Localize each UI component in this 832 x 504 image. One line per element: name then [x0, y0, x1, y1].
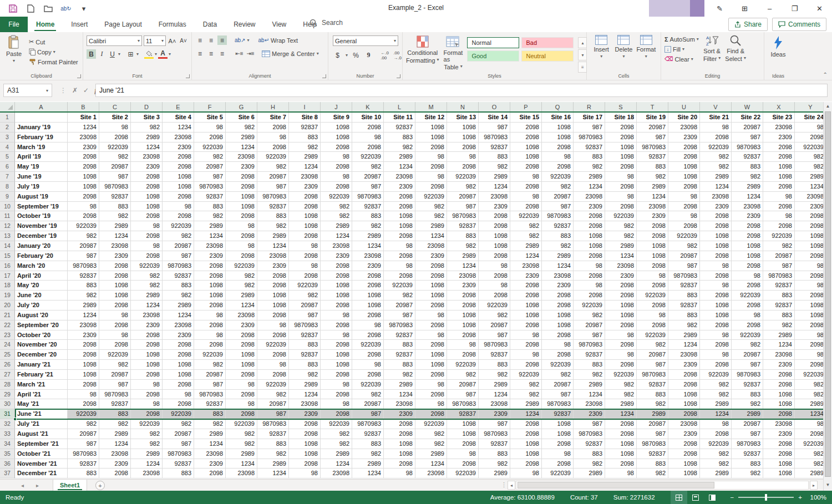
- grid-cell-F35[interactable]: 23098: [194, 449, 226, 459]
- grid-cell-site-13[interactable]: Site 13: [447, 113, 479, 123]
- grid-cell-A14[interactable]: January '20: [15, 241, 68, 251]
- grid-cell-G22[interactable]: 2309: [226, 320, 257, 330]
- grid-cell-Q19[interactable]: 2098: [542, 291, 574, 301]
- grid-cell-Q7[interactable]: 922039: [542, 172, 574, 182]
- grid-cell-X20[interactable]: 92837: [763, 301, 795, 310]
- style-chip-normal[interactable]: Normal: [467, 37, 519, 48]
- grid-cell-J9[interactable]: 922039: [321, 192, 352, 202]
- grid-cell-C17[interactable]: 2098: [99, 271, 131, 281]
- grid-cell-D10[interactable]: 1098: [131, 202, 163, 212]
- grid-cell-N3[interactable]: 1098: [447, 133, 479, 142]
- grid-cell-U31[interactable]: 2098: [668, 409, 700, 419]
- grid-cell-R17[interactable]: 2098: [574, 271, 605, 281]
- grid-cell-R34[interactable]: 92837: [574, 439, 605, 449]
- grid-cell-Q34[interactable]: 2098: [542, 439, 574, 449]
- grid-cell-W27[interactable]: 9870983: [732, 370, 763, 380]
- grid-cell-M10[interactable]: 982: [415, 202, 447, 212]
- grid-cell-K30[interactable]: 20987: [352, 399, 384, 409]
- grid-cell-Q9[interactable]: 20987: [542, 192, 574, 202]
- grid-cell-site-14[interactable]: Site 14: [479, 113, 510, 123]
- grid-cell-site-9[interactable]: Site 9: [321, 113, 352, 123]
- grid-cell-U6[interactable]: 1098: [668, 162, 700, 172]
- grid-cell-Q22[interactable]: 1098: [542, 320, 574, 330]
- grid-cell-Q21[interactable]: 1098: [542, 310, 574, 320]
- grid-cell-R25[interactable]: 92837: [574, 350, 605, 360]
- percent-style-button[interactable]: %: [351, 50, 361, 60]
- grid-cell-S15[interactable]: 1234: [605, 251, 637, 261]
- view-normal-button[interactable]: [671, 491, 687, 504]
- grid-cell-Q12[interactable]: 92837: [542, 221, 574, 231]
- grid-cell-G13[interactable]: 2098: [226, 231, 257, 241]
- grid-cell-U11[interactable]: 98: [668, 211, 700, 221]
- grid-cell-J29[interactable]: 2098: [321, 390, 352, 400]
- row-header-37[interactable]: 37: [0, 469, 15, 478]
- grid-cell-M24[interactable]: 2098: [415, 340, 447, 350]
- grid-cell-M14[interactable]: 23098: [415, 241, 447, 251]
- grid-cell-E5[interactable]: 2098: [163, 152, 194, 162]
- grid-cell-M2[interactable]: 1098: [415, 123, 447, 133]
- grid-cell-I4[interactable]: 982: [289, 142, 321, 152]
- grid-cell-F21[interactable]: 98: [194, 310, 226, 320]
- grid-cell-L14[interactable]: 98: [384, 241, 415, 251]
- grid-cell-H31[interactable]: 987: [257, 409, 289, 419]
- grid-cell-A30[interactable]: May '21: [15, 399, 68, 409]
- grid-cell-K20[interactable]: 1098: [352, 301, 384, 310]
- grid-cell-H2[interactable]: 2098: [257, 123, 289, 133]
- grid-cell-U32[interactable]: 23098: [668, 419, 700, 429]
- grid-cell-Q13[interactable]: 883: [542, 231, 574, 241]
- row-header-12[interactable]: 12: [0, 221, 15, 231]
- grid-cell-N18[interactable]: 2309: [447, 281, 479, 291]
- grid-cell-D28[interactable]: 98: [131, 380, 163, 390]
- grid-cell-A13[interactable]: December '19: [15, 231, 68, 241]
- grid-cell-W34[interactable]: 9870983: [732, 439, 763, 449]
- grid-cell-K5[interactable]: 922039: [352, 152, 384, 162]
- grid-cell-B34[interactable]: 987: [68, 439, 99, 449]
- grid-cell-E10[interactable]: 98: [163, 202, 194, 212]
- grid-cell-E33[interactable]: 20987: [163, 429, 194, 439]
- grid-cell-Q3[interactable]: 1098: [542, 133, 574, 142]
- grid-cell-M29[interactable]: 2098: [415, 390, 447, 400]
- grid-cell-U16[interactable]: 987: [668, 261, 700, 271]
- grid-cell-Y29[interactable]: 982: [795, 390, 823, 400]
- grid-cell-C30[interactable]: 92837: [99, 399, 131, 409]
- grid-cell-C28[interactable]: 987: [99, 380, 131, 390]
- grid-cell-M37[interactable]: 23098: [415, 469, 447, 478]
- grid-cell-H11[interactable]: 883: [257, 211, 289, 221]
- grid-cell-U15[interactable]: 20987: [668, 251, 700, 261]
- grid-cell-F15[interactable]: 2309: [194, 251, 226, 261]
- row-header-6[interactable]: 6: [0, 162, 15, 172]
- grid-cell-Q36[interactable]: 2098: [542, 459, 574, 469]
- grid-cell-H32[interactable]: 9870983: [257, 419, 289, 429]
- grid-cell-L17[interactable]: 2098: [384, 271, 415, 281]
- grid-cell-L26[interactable]: 883: [384, 360, 415, 370]
- grid-cell-G29[interactable]: 2098: [226, 390, 257, 400]
- grid-cell-J11[interactable]: 982: [321, 211, 352, 221]
- grid-cell-S22[interactable]: 2098: [605, 320, 637, 330]
- grid-cell-O28[interactable]: 2989: [479, 380, 510, 390]
- zoom-slider-thumb[interactable]: [765, 494, 767, 501]
- grid-cell-A37[interactable]: December '21: [15, 469, 68, 478]
- grid-cell-P17[interactable]: 2309: [510, 271, 542, 281]
- grid-cell-Q20[interactable]: 2098: [542, 301, 574, 310]
- grid-cell-T32[interactable]: 20987: [637, 419, 668, 429]
- grid-cell-D21[interactable]: 23098: [131, 310, 163, 320]
- align-left-button[interactable]: ≡: [195, 49, 205, 58]
- grid-cell-P22[interactable]: 2098: [510, 320, 542, 330]
- grid-cell-V3[interactable]: 2098: [700, 133, 732, 142]
- grid-cell-M35[interactable]: 2989: [415, 449, 447, 459]
- grid-cell-S10[interactable]: 2098: [605, 202, 637, 212]
- grid-cell-F22[interactable]: 2098: [194, 320, 226, 330]
- grid-cell-Q24[interactable]: 98: [542, 340, 574, 350]
- grid-cell-J36[interactable]: 1234: [321, 459, 352, 469]
- grid-cell-C36[interactable]: 2309: [99, 459, 131, 469]
- grid-cell-V25[interactable]: 98: [700, 350, 732, 360]
- grid-cell-P26[interactable]: 2098: [510, 360, 542, 370]
- grid-cell-W30[interactable]: 982: [732, 399, 763, 409]
- bottom-align-button[interactable]: ≡: [217, 35, 227, 45]
- grid-cell-R30[interactable]: 23098: [574, 399, 605, 409]
- grid-cell-W18[interactable]: 2098: [732, 281, 763, 291]
- grid-cell-L9[interactable]: 2098: [384, 192, 415, 202]
- grid-cell-R29[interactable]: 1234: [574, 390, 605, 400]
- grid-cell-R9[interactable]: 23098: [574, 192, 605, 202]
- grid-cell-F37[interactable]: 2098: [194, 469, 226, 478]
